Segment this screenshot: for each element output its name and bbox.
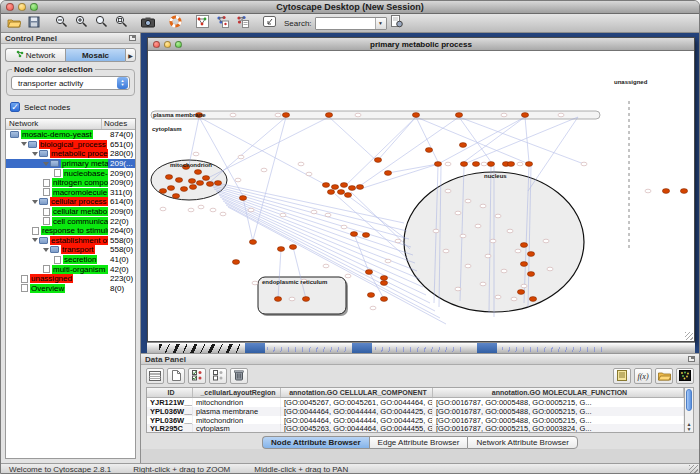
network-node-small[interactable]	[445, 189, 451, 193]
network-node-small[interactable]	[275, 113, 281, 117]
network-node[interactable]	[384, 171, 391, 176]
network-node-small[interactable]	[261, 168, 267, 172]
network-node-small[interactable]	[238, 155, 244, 159]
network-node-small[interactable]	[248, 208, 254, 212]
network-node[interactable]	[362, 233, 369, 238]
tree-row[interactable]: nitrogen compo209(0)	[6, 178, 135, 188]
network-node[interactable]	[348, 186, 355, 191]
network-node[interactable]	[527, 252, 534, 257]
help-button[interactable]	[165, 15, 185, 32]
network-edge[interactable]	[329, 117, 378, 162]
network-node-small[interactable]	[521, 284, 527, 288]
network-node[interactable]	[425, 148, 432, 153]
network-node-small[interactable]	[558, 113, 564, 117]
network-node-small[interactable]	[355, 113, 361, 117]
network-node[interactable]	[206, 182, 213, 187]
column-header-cellular-component[interactable]: annotation.GO CELLULAR_COMPONENT	[281, 388, 433, 397]
network-node[interactable]	[517, 290, 524, 295]
network-node-small[interactable]	[220, 212, 226, 216]
network-node[interactable]	[282, 113, 289, 118]
app-resize-grip[interactable]	[689, 465, 698, 474]
tree-row[interactable]: transport558(0)	[6, 245, 135, 255]
network-node-small[interactable]	[465, 264, 471, 268]
network-node[interactable]	[325, 113, 332, 118]
tree-row[interactable]: macromolecule311(0)	[6, 188, 135, 198]
tree-row[interactable]: cell communicat22(0)	[6, 216, 135, 226]
import-table-button[interactable]	[232, 15, 252, 32]
network-node-small[interactable]	[515, 249, 521, 253]
maximize-icon[interactable]	[175, 41, 182, 48]
network-node-small[interactable]	[210, 208, 216, 212]
table-vertical-scrollbar[interactable]: ▲▼	[685, 387, 694, 433]
minimize-icon[interactable]	[164, 41, 171, 48]
network-node[interactable]	[337, 190, 344, 195]
search-dropdown-arrow[interactable]: ▼	[375, 18, 386, 29]
network-edge[interactable]	[459, 117, 491, 162]
background-window-strip[interactable]	[147, 342, 695, 353]
network-canvas[interactable]: plasma membranecytoplasmmitochondrionnuc…	[148, 51, 694, 341]
network-node[interactable]	[232, 260, 239, 265]
network-node[interactable]	[175, 178, 182, 183]
network-node-small[interactable]	[280, 213, 286, 217]
network-node-small[interactable]	[445, 162, 451, 166]
tree-row[interactable]: unassigned223(0)	[6, 274, 135, 284]
tree-row[interactable]: metabolic process280(0)	[6, 149, 135, 159]
column-header-id[interactable]: ID	[147, 388, 193, 397]
network-node[interactable]	[188, 179, 195, 184]
network-node[interactable]	[459, 143, 466, 148]
network-node[interactable]	[159, 189, 166, 194]
disclosure-triangle-icon[interactable]	[43, 248, 49, 252]
network-node[interactable]	[412, 113, 419, 118]
network-edge[interactable]	[378, 117, 416, 160]
network-node-small[interactable]	[517, 162, 523, 166]
network-node-small[interactable]	[455, 211, 461, 215]
network-node-small[interactable]	[325, 213, 331, 217]
close-icon[interactable]	[153, 41, 160, 48]
zoom-out-button[interactable]	[51, 15, 71, 32]
attribute-notes-button[interactable]	[613, 368, 631, 384]
network-node-small[interactable]	[495, 214, 501, 218]
network-node[interactable]	[434, 162, 441, 167]
node-color-dropdown[interactable]: transporter activity ▲▼	[11, 76, 130, 90]
network-node[interactable]	[194, 170, 201, 175]
tree-row[interactable]: mosaic-demo-yeast874(0)	[6, 130, 135, 140]
tree-row[interactable]: Overview8(0)	[6, 284, 135, 294]
network-node-small[interactable]	[345, 274, 351, 278]
network-node[interactable]	[180, 187, 187, 192]
network-node-small[interactable]	[306, 172, 312, 176]
network-edge[interactable]	[210, 117, 286, 182]
network-edge[interactable]	[211, 185, 409, 239]
network-node-small[interactable]	[252, 281, 258, 285]
window-resize-grip[interactable]	[685, 332, 693, 340]
tree-row[interactable]: nucleobase-209(0)	[6, 168, 135, 178]
tree-row[interactable]: multi-organism pro42(0)	[6, 264, 135, 274]
network-node-small[interactable]	[511, 297, 517, 301]
disclosure-triangle-icon[interactable]	[32, 152, 38, 156]
disclosure-triangle-icon[interactable]	[32, 200, 38, 204]
network-node[interactable]	[507, 162, 514, 167]
network-node[interactable]	[380, 297, 387, 302]
open-file-button[interactable]	[4, 15, 24, 32]
float-panel-icon[interactable]	[129, 35, 136, 41]
network-node-small[interactable]	[460, 234, 466, 238]
network-node-small[interactable]	[455, 287, 461, 291]
network-node[interactable]	[302, 297, 309, 302]
network-node[interactable]	[380, 281, 387, 286]
network-node[interactable]	[249, 240, 256, 245]
zoom-window-button[interactable]	[30, 3, 38, 11]
network-node[interactable]	[350, 232, 357, 237]
search-options-button[interactable]	[387, 15, 407, 32]
table-row[interactable]: YJR121W__1mitochondrion[GO:0045267, GO:0…	[147, 398, 684, 407]
network-edge[interactable]	[360, 164, 438, 189]
network-node-small[interactable]	[465, 199, 471, 203]
network-node-small[interactable]	[289, 297, 295, 301]
network-node-small[interactable]	[235, 178, 241, 182]
network-node-small[interactable]	[495, 295, 501, 299]
tree-row[interactable]: establishment of lo558(0)	[6, 236, 135, 246]
network-edge[interactable]	[525, 117, 529, 162]
tree-column-nodes[interactable]: Nodes	[102, 119, 135, 129]
tree-row[interactable]: biological_process651(0)	[6, 140, 135, 150]
network-node[interactable]	[165, 175, 172, 180]
tabs-scroll-right-icon[interactable]: ▶	[125, 48, 136, 62]
save-button[interactable]	[24, 15, 44, 32]
